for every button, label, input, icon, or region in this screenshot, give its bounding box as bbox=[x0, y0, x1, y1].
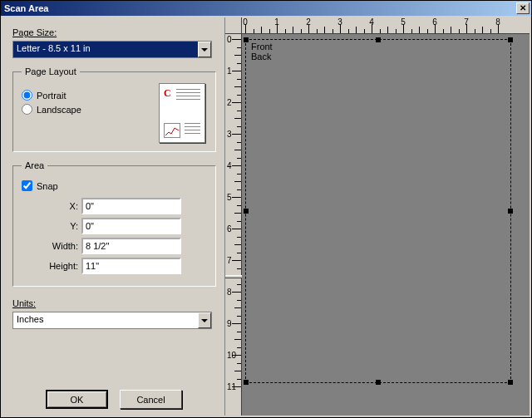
snap-checkbox[interactable] bbox=[22, 180, 32, 191]
titlebar[interactable]: Scan Area ✕ bbox=[1, 1, 531, 16]
ruler-corner bbox=[225, 17, 242, 34]
height-label: Height: bbox=[22, 261, 81, 271]
preview-panel: 012345678 01234567891011 Front Back bbox=[225, 17, 530, 416]
page-size-value: Letter - 8.5 x 11 in bbox=[13, 42, 198, 57]
ruler-vertical: 01234567891011 bbox=[225, 34, 242, 416]
snap-label: Snap bbox=[37, 181, 58, 191]
resize-handle[interactable] bbox=[508, 37, 513, 42]
chevron-down-icon bbox=[201, 48, 208, 52]
portrait-label: Portrait bbox=[37, 91, 66, 101]
ruler-split bbox=[225, 275, 242, 278]
y-label: Y: bbox=[22, 221, 81, 231]
preview-canvas[interactable]: Front Back bbox=[242, 34, 530, 416]
resize-handle[interactable] bbox=[508, 209, 513, 214]
page-layout-group: Page Layout Portrait Landscape C bbox=[12, 66, 216, 152]
resize-handle[interactable] bbox=[376, 380, 381, 385]
x-input[interactable] bbox=[81, 198, 181, 214]
units-dropdown[interactable]: Inches bbox=[12, 312, 212, 329]
ok-button[interactable]: OK bbox=[46, 390, 108, 409]
page-size-dropdown[interactable]: Letter - 8.5 x 11 in bbox=[12, 41, 212, 58]
ruler-horizontal: 012345678 bbox=[242, 17, 530, 34]
close-button[interactable]: ✕ bbox=[516, 2, 530, 14]
y-input[interactable] bbox=[81, 218, 181, 234]
left-panel: Page Size: Letter - 8.5 x 11 in Page Lay… bbox=[2, 17, 225, 416]
area-legend: Area bbox=[22, 160, 47, 170]
units-label: Units: bbox=[12, 298, 216, 308]
scan-area-outline[interactable]: Front Back bbox=[245, 39, 511, 383]
units-dropdown-button[interactable] bbox=[198, 312, 211, 328]
area-group: Area Snap X: Y: Width: bbox=[12, 160, 216, 287]
page-preview-thumbnail: C bbox=[159, 83, 205, 143]
resize-handle[interactable] bbox=[376, 37, 381, 42]
resize-handle[interactable] bbox=[244, 37, 249, 42]
resize-handle[interactable] bbox=[244, 209, 249, 214]
landscape-radio[interactable] bbox=[22, 104, 32, 115]
resize-handle[interactable] bbox=[508, 380, 513, 385]
page-size-dropdown-button[interactable] bbox=[198, 42, 211, 57]
x-label: X: bbox=[22, 201, 81, 211]
width-input[interactable] bbox=[81, 238, 181, 254]
portrait-radio[interactable] bbox=[22, 90, 32, 101]
page-side-labels: Front Back bbox=[251, 42, 273, 61]
client-area: Page Size: Letter - 8.5 x 11 in Page Lay… bbox=[1, 16, 531, 417]
height-input[interactable] bbox=[81, 258, 181, 274]
cancel-button[interactable]: Cancel bbox=[120, 390, 182, 409]
chevron-down-icon bbox=[201, 319, 208, 322]
scan-area-dialog: Scan Area ✕ Page Size: Letter - 8.5 x 11… bbox=[0, 0, 532, 418]
resize-handle[interactable] bbox=[244, 380, 249, 385]
units-value: Inches bbox=[13, 312, 198, 328]
window-title: Scan Area bbox=[2, 3, 48, 13]
landscape-label: Landscape bbox=[37, 105, 81, 115]
page-size-label: Page Size: bbox=[12, 27, 216, 37]
width-label: Width: bbox=[22, 241, 81, 251]
page-layout-legend: Page Layout bbox=[22, 66, 80, 76]
